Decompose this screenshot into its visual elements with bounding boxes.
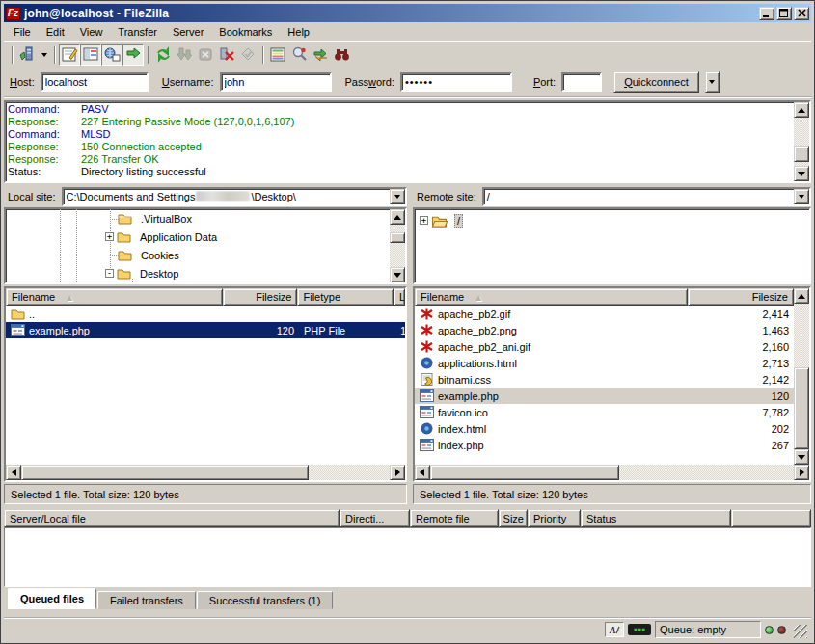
- column-header-filesize[interactable]: Filesize: [223, 288, 298, 306]
- scroll-up-button[interactable]: [794, 288, 809, 304]
- column-header-size[interactable]: Size: [499, 509, 528, 527]
- toggle-message-log-button[interactable]: [59, 44, 80, 66]
- collapse-minus-icon[interactable]: -: [105, 269, 114, 278]
- scrollbar-track[interactable]: [430, 465, 794, 480]
- quickconnect-dropdown-button[interactable]: [705, 71, 720, 93]
- column-header-filesize[interactable]: Filesize: [688, 288, 794, 306]
- remote-list-vertical-scrollbar[interactable]: [794, 288, 809, 465]
- column-header-filetype[interactable]: Filetype: [297, 288, 394, 306]
- tree-item-cookies[interactable]: Cookies: [118, 247, 181, 263]
- scrollbar-thumb[interactable]: [390, 232, 405, 243]
- disconnect-button[interactable]: [216, 44, 237, 66]
- file-row[interactable]: applications.html 2,713: [415, 355, 794, 371]
- scrollbar-track[interactable]: [794, 304, 809, 449]
- tree-item-virtualbox[interactable]: .VirtualBox: [118, 210, 194, 227]
- password-input[interactable]: [400, 72, 512, 92]
- tree-item-root[interactable]: + /: [420, 212, 463, 228]
- scroll-right-button[interactable]: [794, 465, 809, 480]
- menu-view[interactable]: View: [72, 24, 111, 40]
- remote-site-dropdown-button[interactable]: [794, 189, 809, 204]
- toggle-remote-tree-button[interactable]: [101, 44, 122, 66]
- column-header-direction[interactable]: Directi...: [340, 509, 410, 527]
- scrollbar-thumb[interactable]: [430, 465, 619, 480]
- file-row[interactable]: apache_pb2.gif 2,414: [415, 306, 794, 322]
- file-row-parent-dir[interactable]: ..: [6, 306, 405, 322]
- file-row[interactable]: favicon.ico 7,782: [415, 404, 794, 420]
- log-vertical-scrollbar[interactable]: [794, 102, 809, 181]
- menu-help[interactable]: Help: [280, 24, 317, 40]
- minimize-button[interactable]: [759, 7, 774, 20]
- username-input[interactable]: [220, 72, 332, 92]
- column-header-priority[interactable]: Priority: [528, 509, 581, 527]
- column-header-remote-file[interactable]: Remote file: [410, 509, 499, 527]
- local-list-horizontal-scrollbar[interactable]: [6, 465, 405, 480]
- tree-item-desktop[interactable]: - Desktop: [105, 265, 180, 282]
- cancel-operation-button[interactable]: [195, 44, 216, 66]
- directory-comparison-button[interactable]: [267, 44, 288, 66]
- reconnect-button[interactable]: [237, 44, 258, 66]
- scroll-right-button[interactable]: [390, 465, 405, 480]
- port-input[interactable]: [561, 72, 602, 92]
- toggle-transfer-queue-button[interactable]: [122, 44, 144, 66]
- process-queue-button[interactable]: [174, 44, 195, 66]
- scrollbar-thumb[interactable]: [21, 465, 309, 480]
- synchronized-browsing-button[interactable]: [310, 44, 331, 66]
- remote-list-horizontal-scrollbar[interactable]: [415, 465, 809, 480]
- tab-successful-transfers[interactable]: Successful transfers (1): [197, 591, 334, 609]
- scroll-left-button[interactable]: [6, 465, 21, 480]
- file-row-selected[interactable]: example.php 120: [415, 388, 794, 404]
- file-row[interactable]: bitnami.css 2,142: [415, 371, 794, 388]
- menu-edit[interactable]: Edit: [39, 24, 72, 40]
- file-row[interactable]: index.php 267: [415, 437, 794, 453]
- quickconnect-button[interactable]: Quickconnect: [613, 71, 699, 93]
- scroll-down-button[interactable]: [390, 267, 405, 282]
- menu-transfer[interactable]: Transfer: [110, 24, 165, 40]
- toggle-local-tree-button[interactable]: [80, 44, 101, 66]
- scroll-down-button[interactable]: [794, 449, 809, 465]
- site-manager-button[interactable]: [16, 44, 38, 66]
- expand-plus-icon[interactable]: +: [420, 216, 428, 225]
- data-type-indicator-icon[interactable]: A: [605, 622, 624, 637]
- close-button[interactable]: [794, 7, 809, 20]
- local-tree-area[interactable]: .VirtualBox + Application Data Cookies -: [6, 209, 390, 282]
- column-header-lastmodified[interactable]: L: [394, 288, 405, 306]
- scrollbar-track[interactable]: [390, 225, 405, 267]
- scrollbar-track[interactable]: [794, 118, 809, 166]
- scroll-down-button[interactable]: [794, 166, 809, 181]
- remote-tree-area[interactable]: + /: [415, 209, 809, 282]
- scrollbar-thumb[interactable]: [794, 146, 809, 162]
- local-site-dropdown-button[interactable]: [390, 189, 405, 204]
- column-header-filename[interactable]: Filename▲: [6, 288, 223, 306]
- encryption-indicator-icon[interactable]: ▪▪▪: [628, 624, 651, 635]
- column-header-server-local-file[interactable]: Server/Local file: [4, 509, 340, 527]
- site-manager-dropdown-button[interactable]: [38, 44, 50, 66]
- menu-file[interactable]: File: [6, 24, 39, 40]
- column-header-filename[interactable]: Filename▲: [415, 288, 688, 306]
- scrollbar-track[interactable]: [21, 465, 390, 480]
- queue-body[interactable]: [4, 527, 811, 587]
- file-row[interactable]: apache_pb2_ani.gif 2,160: [415, 338, 794, 355]
- local-site-combo[interactable]: C:\Documents and Settings\Desktop\: [62, 187, 407, 206]
- expand-plus-icon[interactable]: +: [105, 232, 114, 241]
- column-header-status[interactable]: Status: [581, 509, 731, 527]
- file-row-example-php[interactable]: example.php 120 PHP File 1: [6, 322, 405, 338]
- refresh-button[interactable]: [152, 44, 174, 66]
- scroll-up-button[interactable]: [390, 209, 405, 225]
- menu-server[interactable]: Server: [165, 24, 211, 40]
- remote-site-combo[interactable]: /: [482, 187, 811, 206]
- local-tree-vertical-scrollbar[interactable]: [390, 209, 405, 282]
- local-list-rows[interactable]: .. example.php 120 PHP File 1: [6, 306, 405, 465]
- remote-list-rows[interactable]: apache_pb2.gif 2,414 apache_pb2.png 1,46…: [415, 306, 794, 465]
- tree-item-application-data[interactable]: + Application Data: [105, 228, 219, 245]
- scroll-left-button[interactable]: [415, 465, 430, 480]
- tab-queued-files[interactable]: Queued files: [8, 588, 96, 609]
- tab-failed-transfers[interactable]: Failed transfers: [97, 591, 196, 609]
- file-row[interactable]: index.html 202: [415, 420, 794, 437]
- file-row[interactable]: apache_pb2.png 1,463: [415, 322, 794, 338]
- menu-bookmarks[interactable]: Bookmarks: [211, 24, 280, 40]
- host-input[interactable]: [41, 72, 149, 92]
- resize-grip[interactable]: [794, 625, 807, 638]
- filename-filters-button[interactable]: [288, 44, 310, 66]
- scroll-up-button[interactable]: [794, 102, 809, 118]
- maximize-button[interactable]: [776, 7, 792, 20]
